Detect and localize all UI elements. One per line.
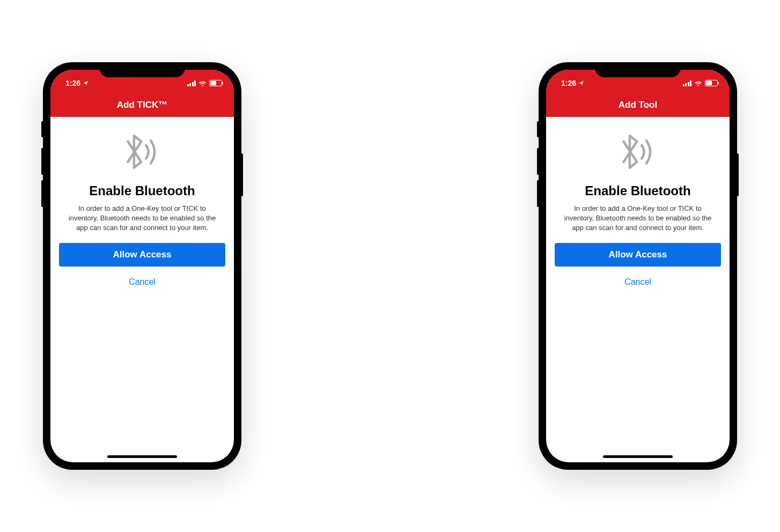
location-icon xyxy=(83,80,89,86)
battery-icon xyxy=(705,80,718,86)
bluetooth-description: In order to add a One-Key tool or TICK t… xyxy=(59,204,225,233)
phone-notch xyxy=(99,62,185,77)
nav-title: Add TICK™ xyxy=(117,100,167,110)
nav-bar: Add Tool xyxy=(546,93,730,117)
wifi-icon xyxy=(694,80,702,86)
power-button xyxy=(737,153,739,196)
cellular-signal-icon xyxy=(187,80,196,86)
status-bar-left: 1:26 xyxy=(65,79,89,87)
status-time: 1:26 xyxy=(65,79,80,87)
battery-icon xyxy=(209,80,222,86)
volume-down-button xyxy=(41,180,43,207)
allow-access-button[interactable]: Allow Access xyxy=(555,243,721,267)
nav-title: Add Tool xyxy=(619,100,657,110)
bluetooth-broadcast-icon xyxy=(118,132,166,175)
cancel-button[interactable]: Cancel xyxy=(59,271,225,293)
phone-frame-right: 1:26 Add Tool xyxy=(539,62,737,470)
phone-screen: 1:26 Add Tool xyxy=(546,70,730,462)
status-bar-right xyxy=(683,80,718,86)
nav-bar: Add TICK™ xyxy=(50,93,234,117)
phone-notch xyxy=(595,62,681,77)
volume-up-button xyxy=(41,148,43,175)
content-area: Enable Bluetooth In order to add a One-K… xyxy=(50,117,234,304)
power-button xyxy=(241,153,243,196)
enable-bluetooth-heading: Enable Bluetooth xyxy=(59,183,225,198)
bluetooth-broadcast-icon xyxy=(614,132,662,175)
mute-switch xyxy=(41,121,43,137)
cancel-button[interactable]: Cancel xyxy=(555,271,721,293)
mute-switch xyxy=(537,121,539,137)
home-indicator[interactable] xyxy=(603,455,673,458)
home-indicator[interactable] xyxy=(107,455,177,458)
wifi-icon xyxy=(198,80,207,86)
phone-frame-left: 1:26 Add TICK™ xyxy=(43,62,241,470)
status-bar-left: 1:26 xyxy=(561,79,585,87)
enable-bluetooth-heading: Enable Bluetooth xyxy=(555,183,721,198)
status-time: 1:26 xyxy=(561,79,576,87)
volume-down-button xyxy=(537,180,539,207)
location-icon xyxy=(578,80,585,86)
bluetooth-description: In order to add a One-Key tool or TICK t… xyxy=(555,204,721,233)
volume-up-button xyxy=(537,148,539,175)
cellular-signal-icon xyxy=(683,80,692,86)
status-bar-right xyxy=(187,80,223,86)
phone-screen: 1:26 Add TICK™ xyxy=(50,70,234,462)
allow-access-button[interactable]: Allow Access xyxy=(59,243,225,267)
content-area: Enable Bluetooth In order to add a One-K… xyxy=(546,117,730,304)
